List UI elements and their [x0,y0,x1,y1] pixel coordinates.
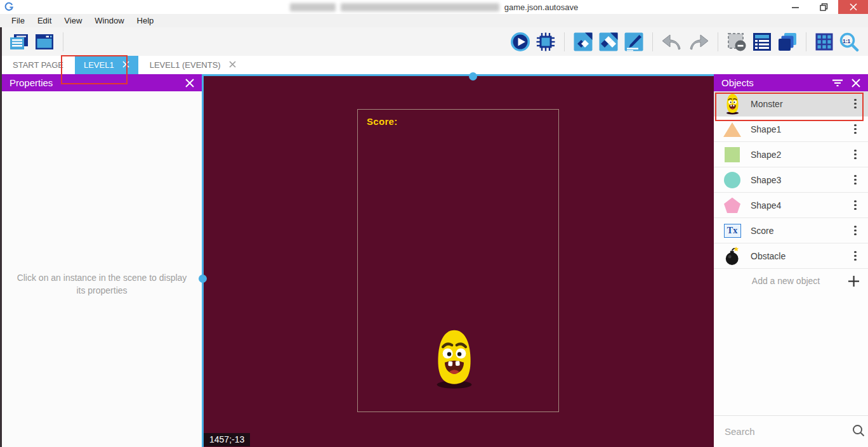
score-text-instance[interactable]: Score: [367,116,398,127]
zoom-ratio-label: 1:1 [843,38,850,44]
object-menu-icon[interactable] [843,124,868,134]
toolbar-divider [63,32,63,51]
tab-close-icon[interactable] [122,60,129,70]
toolbar-divider [718,32,718,51]
tab-label: LEVEL1 [84,60,114,70]
object-row-shape4[interactable]: Shape4 [714,193,868,218]
zoom-1to1-icon[interactable]: 1:1 [839,32,859,52]
tab-bar: START PAGE LEVEL1 LEVEL1 (EVENTS) [0,56,868,74]
toolbar-divider [564,32,565,51]
object-menu-icon[interactable] [843,150,868,160]
object-label: Obstacle [751,251,843,261]
window-title-text: game.json.autosave [504,3,578,12]
canvas-scroll-track-left [202,74,204,447]
restore-button[interactable] [810,0,838,14]
tab-close-icon[interactable] [229,60,236,70]
tab-label: START PAGE [13,60,63,70]
object-row-shape2[interactable]: Shape2 [714,142,868,167]
objects-panel-icon[interactable] [573,32,593,52]
circle-thumbnail-icon [714,171,751,189]
menu-window[interactable]: Window [88,16,130,25]
instances-panel-icon[interactable] [598,32,619,52]
toolbar: 1:1 [0,27,868,56]
close-button[interactable] [838,0,868,14]
layers-list-icon[interactable] [752,32,772,52]
canvas-scroll-track-top [202,74,714,76]
add-object-label: Add a new object [714,276,839,286]
tab-label: LEVEL1 (EVENTS) [150,60,221,70]
debug-icon[interactable] [536,32,556,52]
object-row-shape3[interactable]: Shape3 [714,167,868,193]
objects-header: Objects [714,74,868,91]
monster-sprite-instance[interactable] [433,328,476,390]
undo-icon[interactable] [661,32,683,51]
scene-canvas[interactable]: Score: 1457;-13 [202,74,714,447]
filter-icon[interactable] [832,79,843,87]
scrollbar-handle-horizontal[interactable] [469,72,477,81]
square-thumbnail-icon [714,146,751,163]
properties-panel: Properties Click on an instance in the s… [2,74,202,447]
object-menu-icon[interactable] [843,175,868,185]
close-panel-icon[interactable] [852,79,860,87]
bomb-thumbnail-icon [714,245,751,268]
scrollbar-handle-vertical[interactable] [199,275,207,283]
redacted-path-segment [290,3,336,11]
objects-title: Objects [721,77,754,88]
object-row-shape1[interactable]: Shape1 [714,117,868,142]
menu-view[interactable]: View [58,16,88,25]
object-row-obstacle[interactable]: Obstacle [714,243,868,269]
object-menu-icon[interactable] [843,251,868,261]
window-title: game.json.autosave [0,0,868,14]
redo-icon[interactable] [688,32,709,51]
properties-header: Properties [2,74,202,91]
plus-icon[interactable] [839,276,868,287]
tab-start-page[interactable]: START PAGE [4,56,72,74]
project-manager-icon[interactable] [9,33,29,51]
object-label: Shape3 [751,175,843,185]
close-panel-icon[interactable] [185,79,194,87]
scene-editor-icon[interactable] [34,33,55,51]
object-row-score[interactable]: Tx Score [714,218,868,243]
toolbar-divider [806,32,806,51]
menu-help[interactable]: Help [131,16,161,25]
object-menu-icon[interactable] [843,200,868,211]
object-menu-icon[interactable] [843,226,868,236]
toggle-grid-icon[interactable] [815,32,834,51]
object-label: Shape4 [751,200,843,211]
add-object-row[interactable]: Add a new object [714,269,868,293]
objects-search-bar [714,415,868,447]
toggle-mask-icon[interactable] [727,32,747,52]
search-input[interactable] [723,425,852,437]
layers-icon[interactable] [777,32,798,52]
pentagon-thumbnail-icon [714,197,751,214]
object-menu-icon[interactable] [843,99,868,109]
minimize-button[interactable] [781,0,810,14]
object-label: Shape1 [751,124,843,134]
objects-panel: Objects Monster [714,74,868,447]
redacted-path-segment [341,3,499,11]
title-bar: game.json.autosave [0,0,868,14]
menu-bar: File Edit View Window Help [0,14,868,27]
search-icon[interactable] [852,424,865,439]
menu-file[interactable]: File [5,16,31,25]
menu-edit[interactable]: Edit [31,16,58,25]
cursor-coordinates: 1457;-13 [204,433,250,446]
triangle-thumbnail-icon [714,120,751,138]
properties-empty-message: Click on an instance in the scene to dis… [2,271,202,297]
toolbar-divider [652,32,653,51]
layers-editor-icon[interactable] [624,32,644,52]
tab-level1[interactable]: LEVEL1 [75,56,138,74]
object-label: Score [751,226,843,236]
object-label: Monster [751,99,843,109]
play-preview-icon[interactable] [510,32,530,52]
object-row-monster[interactable]: Monster [714,91,868,117]
object-label: Shape2 [751,150,843,160]
text-object-thumbnail-icon: Tx [714,224,751,238]
tab-level1-events[interactable]: LEVEL1 (EVENTS) [141,56,245,74]
monster-thumbnail-icon [714,93,751,115]
properties-title: Properties [10,77,53,88]
